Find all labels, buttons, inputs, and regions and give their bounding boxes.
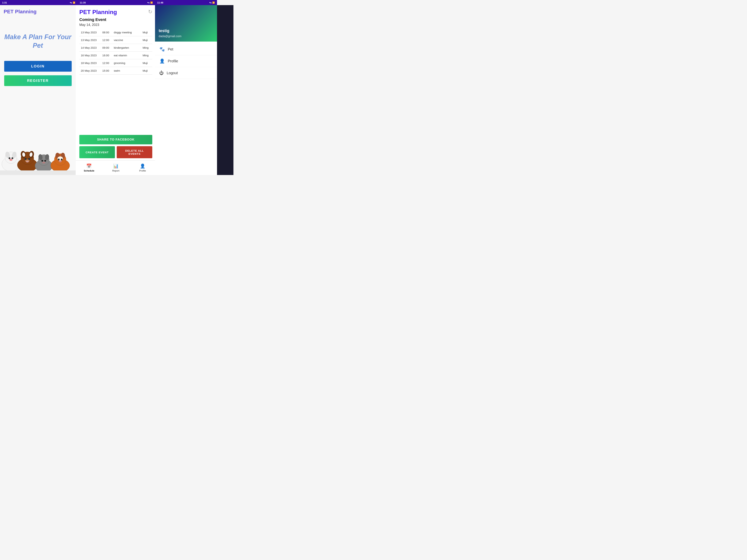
drawer-header: testig dada@gmail.com: [155, 5, 217, 42]
event-name: eat vitamin: [114, 54, 141, 57]
svg-point-6: [9, 159, 12, 161]
dark-overlay: [217, 5, 233, 175]
app-title-mid: PET Planning: [79, 9, 117, 16]
app-title-left: PET Planning: [4, 9, 36, 15]
event-name: vaccine: [114, 38, 141, 42]
event-time: 15:00: [102, 69, 112, 72]
drawer-item-profile[interactable]: 👤 Profile: [155, 55, 217, 67]
event-pet: Ming: [143, 46, 151, 49]
event-time: 12:00: [102, 38, 112, 42]
time-right: 11:48: [157, 1, 163, 4]
profile-drawer-icon: 👤: [159, 58, 165, 63]
event-pet: Ming: [143, 54, 151, 57]
event-time: 09:00: [102, 46, 112, 49]
event-row: 16 May 2023 16:00 eat vitamin Ming: [79, 52, 152, 59]
status-bar-right: 11:48 ▾▴📶: [155, 0, 217, 5]
svg-point-21: [42, 160, 43, 162]
logout-drawer-icon: ⏻: [159, 70, 164, 76]
profile-drawer-label: Profile: [168, 59, 178, 63]
app-header: PET Planning ↻: [76, 5, 156, 17]
dog-illustration: [0, 124, 76, 175]
profile-nav-label: Profile: [139, 169, 146, 172]
profile-nav-icon: 👤: [140, 163, 145, 169]
drawer-username: testig: [159, 28, 213, 33]
schedule-nav-icon: 📅: [86, 163, 92, 169]
event-time: 16:00: [102, 54, 112, 57]
nav-item-report[interactable]: 📊 Report: [103, 162, 129, 174]
event-name: doggy meeting: [114, 31, 141, 34]
event-time: 12:00: [102, 61, 112, 64]
svg-point-23: [42, 162, 45, 163]
event-name: kindergarten: [114, 46, 141, 49]
current-date: May 14, 2023: [76, 23, 156, 29]
event-name: grooming: [114, 61, 141, 64]
login-screen: PET Planning Make A Plan For Your Pet LO…: [0, 5, 76, 175]
login-button[interactable]: LOGIN: [4, 61, 72, 72]
events-list: 13 May 2023 08:00 doggy meeting Muji 13 …: [76, 29, 156, 133]
svg-point-29: [58, 159, 60, 160]
event-pet: Muji: [143, 69, 151, 72]
status-bar-mid: 11:35 ▾▴📶: [78, 0, 155, 5]
drawer-email: dada@gmail.com: [159, 35, 213, 38]
logout-drawer-label: Logout: [167, 71, 178, 75]
event-name: swim: [114, 69, 141, 72]
tagline: Make A Plan For Your Pet: [4, 33, 72, 50]
drawer-item-logout[interactable]: ⏻ Logout: [155, 67, 217, 79]
event-time: 08:00: [102, 31, 112, 34]
delete-events-button[interactable]: DELETE ALL EVENTS: [117, 146, 152, 158]
event-date: 18 May 2023: [81, 61, 101, 64]
share-facebook-button[interactable]: SHARE TO FACEBOOK: [79, 135, 152, 144]
bottom-nav: 📅 Schedule 📊 Report 👤 Profile: [76, 160, 156, 175]
event-pet: Muji: [143, 31, 151, 34]
create-event-button[interactable]: CREATE EVENT: [79, 146, 115, 158]
refresh-icon[interactable]: ↻: [148, 9, 152, 15]
drawer-menu: testig dada@gmail.com 🐾 Pet 👤 Profile ⏻ …: [155, 5, 217, 175]
status-bar-left: 1:31 ▾▴📶: [0, 0, 78, 5]
event-pet: Muji: [143, 61, 151, 64]
report-nav-icon: 📊: [113, 163, 119, 169]
pet-drawer-icon: 🐾: [159, 47, 165, 52]
svg-point-4: [8, 157, 10, 159]
event-row: 13 May 2023 08:00 doggy meeting Muji: [79, 29, 152, 36]
register-button[interactable]: REGISTER: [4, 75, 72, 86]
report-nav-label: Report: [112, 169, 119, 172]
svg-point-22: [44, 160, 46, 162]
status-icons-left: ▾▴📶: [70, 1, 75, 4]
schedule-nav-label: Schedule: [84, 169, 94, 172]
event-date: 14 May 2023: [81, 46, 101, 49]
svg-point-30: [61, 159, 62, 160]
status-icons-mid: ▾▴📶: [147, 1, 153, 4]
drawer-item-pet[interactable]: 🐾 Pet: [155, 44, 217, 55]
event-row: 20 May 2023 15:00 swim Muji: [79, 67, 152, 75]
time-left: 1:31: [2, 1, 7, 4]
event-row: 13 May 2023 12:00 vaccine Muji: [79, 36, 152, 44]
event-row: 14 May 2023 09:00 kindergarten Ming: [79, 44, 152, 52]
bottom-buttons: CREATE EVENT DELETE ALL EVENTS: [79, 146, 152, 158]
event-date: 16 May 2023: [81, 54, 101, 57]
coming-event-label: Coming Event: [76, 17, 156, 23]
svg-rect-32: [0, 170, 76, 175]
action-buttons: SHARE TO FACEBOOK CREATE EVENT DELETE AL…: [76, 133, 156, 160]
svg-point-5: [11, 157, 13, 159]
pet-planning-app: PET Planning ↻ Coming Event May 14, 2023…: [76, 5, 156, 175]
event-date: 13 May 2023: [81, 31, 101, 34]
nav-item-profile[interactable]: 👤 Profile: [129, 162, 156, 174]
event-date: 20 May 2023: [81, 69, 101, 72]
svg-point-31: [59, 160, 62, 162]
nav-item-schedule[interactable]: 📅 Schedule: [76, 162, 103, 174]
svg-point-16: [26, 161, 29, 162]
drawer-menu-items: 🐾 Pet 👤 Profile ⏻ Logout: [155, 42, 217, 175]
event-pet: Muji: [143, 38, 151, 42]
event-row: 18 May 2023 12:00 grooming Muji: [79, 59, 152, 67]
event-date: 13 May 2023: [81, 38, 101, 42]
pet-drawer-label: Pet: [168, 47, 173, 51]
time-mid: 11:35: [80, 1, 86, 4]
status-icons-right: ▾▴📶: [209, 1, 215, 4]
